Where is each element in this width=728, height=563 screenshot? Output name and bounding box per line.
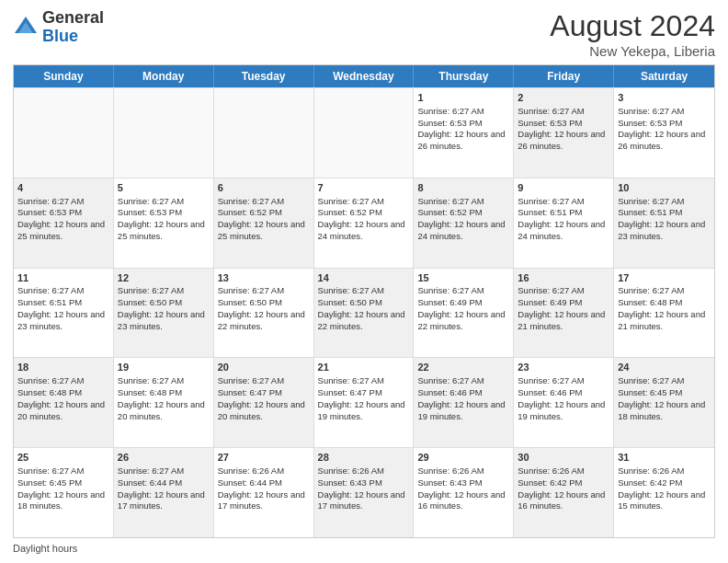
sunrise-text: Sunrise: 6:27 AM — [318, 285, 410, 297]
daylight-text: Daylight: 12 hours and 26 minutes. — [518, 129, 609, 153]
day-number: 1 — [417, 91, 509, 105]
day-number: 26 — [118, 451, 210, 465]
sunset-text: Sunset: 6:44 PM — [218, 477, 310, 489]
cal-cell: 8Sunrise: 6:27 AMSunset: 6:52 PMDaylight… — [414, 178, 514, 268]
sunset-text: Sunset: 6:53 PM — [17, 207, 109, 219]
sunrise-text: Sunrise: 6:26 AM — [618, 465, 711, 477]
cal-cell: 26Sunrise: 6:27 AMSunset: 6:44 PMDayligh… — [114, 448, 214, 537]
day-number: 7 — [318, 181, 410, 195]
daylight-text: Daylight: 12 hours and 22 minutes. — [318, 309, 410, 333]
daylight-text: Daylight: 12 hours and 23 minutes. — [118, 309, 210, 333]
daylight-text: Daylight: 12 hours and 21 minutes. — [618, 309, 711, 333]
cal-cell — [114, 88, 214, 178]
daylight-text: Daylight: 12 hours and 26 minutes. — [417, 129, 509, 153]
cal-cell: 28Sunrise: 6:26 AMSunset: 6:43 PMDayligh… — [314, 448, 415, 537]
sunrise-text: Sunrise: 6:27 AM — [417, 285, 509, 297]
sunrise-text: Sunrise: 6:27 AM — [17, 285, 109, 297]
cal-cell: 22Sunrise: 6:27 AMSunset: 6:46 PMDayligh… — [414, 358, 514, 447]
day-number: 23 — [518, 361, 609, 374]
cal-row: 18Sunrise: 6:27 AMSunset: 6:48 PMDayligh… — [14, 357, 714, 447]
logo: General Blue — [13, 9, 104, 46]
cal-cell: 19Sunrise: 6:27 AMSunset: 6:48 PMDayligh… — [114, 358, 214, 447]
cal-row: 1Sunrise: 6:27 AMSunset: 6:53 PMDaylight… — [14, 87, 714, 178]
cal-cell: 2Sunrise: 6:27 AMSunset: 6:53 PMDaylight… — [514, 88, 614, 178]
cal-header-cell: Sunday — [14, 65, 114, 87]
daylight-text: Daylight: 12 hours and 20 minutes. — [17, 399, 109, 423]
daylight-text: Daylight: 12 hours and 17 minutes. — [218, 489, 310, 513]
sunset-text: Sunset: 6:48 PM — [618, 297, 711, 309]
cal-cell: 27Sunrise: 6:26 AMSunset: 6:44 PMDayligh… — [214, 448, 314, 537]
daylight-text: Daylight: 12 hours and 22 minutes. — [417, 309, 509, 333]
cal-cell — [314, 88, 415, 178]
day-number: 21 — [318, 361, 410, 374]
sunset-text: Sunset: 6:48 PM — [118, 387, 210, 399]
daylight-text: Daylight: 12 hours and 19 minutes. — [417, 399, 509, 423]
footer: Daylight hours — [13, 543, 715, 554]
sunrise-text: Sunrise: 6:27 AM — [618, 106, 711, 118]
cal-cell: 18Sunrise: 6:27 AMSunset: 6:48 PMDayligh… — [14, 358, 114, 447]
cal-cell: 21Sunrise: 6:27 AMSunset: 6:47 PMDayligh… — [314, 358, 415, 447]
calendar: SundayMondayTuesdayWednesdayThursdayFrid… — [13, 64, 715, 538]
sunset-text: Sunset: 6:51 PM — [518, 207, 609, 219]
location: New Yekepa, Liberia — [550, 43, 715, 59]
page: General Blue August 2024 New Yekepa, Lib… — [0, 0, 728, 563]
sunrise-text: Sunrise: 6:26 AM — [518, 465, 609, 477]
sunrise-text: Sunrise: 6:27 AM — [118, 285, 210, 297]
daylight-text: Daylight: 12 hours and 16 minutes. — [417, 489, 509, 513]
sunrise-text: Sunrise: 6:27 AM — [118, 375, 210, 387]
daylight-text: Daylight: 12 hours and 17 minutes. — [318, 489, 410, 513]
cal-cell: 9Sunrise: 6:27 AMSunset: 6:51 PMDaylight… — [514, 178, 614, 268]
sunset-text: Sunset: 6:53 PM — [618, 118, 711, 130]
day-number: 29 — [417, 451, 509, 465]
logo-blue: Blue — [42, 27, 78, 45]
sunset-text: Sunset: 6:49 PM — [417, 297, 509, 309]
daylight-text: Daylight: 12 hours and 21 minutes. — [518, 309, 609, 333]
sunset-text: Sunset: 6:53 PM — [518, 118, 609, 130]
cal-cell: 17Sunrise: 6:27 AMSunset: 6:48 PMDayligh… — [614, 269, 714, 358]
cal-row: 25Sunrise: 6:27 AMSunset: 6:45 PMDayligh… — [14, 447, 714, 537]
sunrise-text: Sunrise: 6:27 AM — [218, 375, 310, 387]
day-number: 28 — [318, 451, 410, 465]
day-number: 18 — [17, 361, 109, 374]
sunset-text: Sunset: 6:43 PM — [318, 477, 410, 489]
daylight-text: Daylight: 12 hours and 24 minutes. — [417, 219, 509, 243]
sunset-text: Sunset: 6:46 PM — [417, 387, 509, 399]
day-number: 12 — [118, 271, 210, 285]
cal-cell: 31Sunrise: 6:26 AMSunset: 6:42 PMDayligh… — [614, 448, 714, 537]
cal-cell: 24Sunrise: 6:27 AMSunset: 6:45 PMDayligh… — [614, 358, 714, 447]
day-number: 16 — [518, 271, 609, 285]
cal-cell: 10Sunrise: 6:27 AMSunset: 6:51 PMDayligh… — [614, 178, 714, 268]
day-number: 13 — [218, 271, 310, 285]
sunrise-text: Sunrise: 6:26 AM — [417, 465, 509, 477]
sunset-text: Sunset: 6:45 PM — [618, 387, 711, 399]
cal-cell: 14Sunrise: 6:27 AMSunset: 6:50 PMDayligh… — [314, 269, 415, 358]
month-year: August 2024 — [550, 9, 715, 43]
sunrise-text: Sunrise: 6:27 AM — [118, 465, 210, 477]
day-number: 15 — [417, 271, 509, 285]
daylight-text: Daylight: 12 hours and 24 minutes. — [518, 219, 609, 243]
cal-cell: 7Sunrise: 6:27 AMSunset: 6:52 PMDaylight… — [314, 178, 415, 268]
cal-header-cell: Monday — [114, 65, 214, 87]
sunrise-text: Sunrise: 6:27 AM — [118, 196, 210, 208]
sunrise-text: Sunrise: 6:27 AM — [417, 196, 509, 208]
sunrise-text: Sunrise: 6:27 AM — [518, 375, 609, 387]
calendar-body: 1Sunrise: 6:27 AMSunset: 6:53 PMDaylight… — [14, 87, 714, 537]
sunset-text: Sunset: 6:47 PM — [218, 387, 310, 399]
day-number: 17 — [618, 271, 711, 285]
sunset-text: Sunset: 6:51 PM — [17, 297, 109, 309]
day-number: 9 — [518, 181, 609, 195]
sunset-text: Sunset: 6:50 PM — [118, 297, 210, 309]
sunset-text: Sunset: 6:50 PM — [218, 297, 310, 309]
sunrise-text: Sunrise: 6:26 AM — [218, 465, 310, 477]
daylight-text: Daylight: 12 hours and 15 minutes. — [618, 489, 711, 513]
sunset-text: Sunset: 6:42 PM — [618, 477, 711, 489]
cal-header-cell: Friday — [514, 65, 614, 87]
cal-header-cell: Thursday — [414, 65, 514, 87]
day-number: 2 — [518, 91, 609, 105]
sunset-text: Sunset: 6:49 PM — [518, 297, 609, 309]
daylight-text: Daylight: 12 hours and 19 minutes. — [518, 399, 609, 423]
sunrise-text: Sunrise: 6:27 AM — [17, 375, 109, 387]
cal-cell: 3Sunrise: 6:27 AMSunset: 6:53 PMDaylight… — [614, 88, 714, 178]
sunrise-text: Sunrise: 6:27 AM — [518, 106, 609, 118]
day-number: 25 — [17, 451, 109, 465]
